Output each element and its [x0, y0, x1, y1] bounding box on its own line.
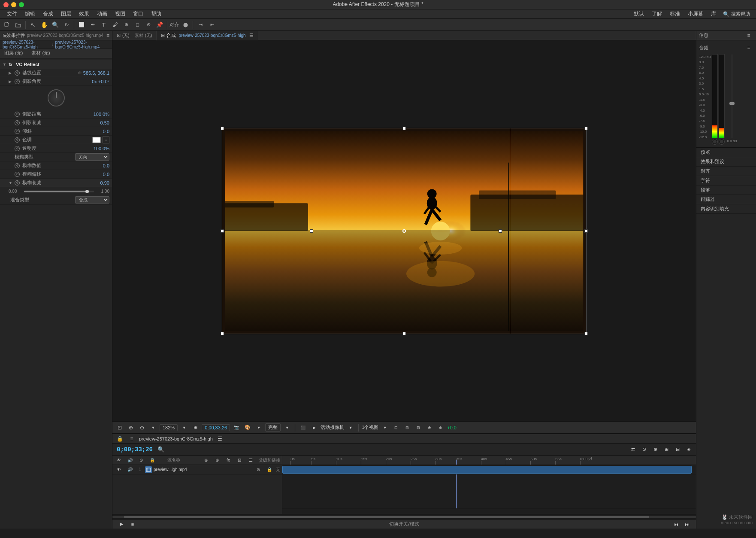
color-stopwatch[interactable]: ⏱	[15, 137, 20, 143]
shadow-dist-value[interactable]: 100.0%	[88, 112, 109, 117]
meter-indicator-2[interactable]	[719, 139, 725, 145]
tl-btn-3[interactable]: ⊕	[650, 445, 660, 454]
prop-blur-type[interactable]: 模糊类型 方向 高斯 无	[0, 153, 112, 161]
prop-tilt[interactable]: ⏱ 倾斜 0.0	[0, 127, 112, 136]
view-btn-5[interactable]: ⊕	[436, 423, 445, 432]
handle-tr[interactable]	[584, 127, 588, 130]
maximize-button[interactable]	[19, 2, 24, 7]
col-audio-icon[interactable]: 🔊	[125, 456, 135, 465]
hand-tool[interactable]: ✋	[39, 20, 49, 30]
brush-tool[interactable]: 🖌	[110, 20, 120, 30]
eraser-tool[interactable]: ◻	[132, 20, 142, 30]
prop-shadow-distance[interactable]: ⏱ 倒影距离 100.0%	[0, 110, 112, 119]
blur-amount-value[interactable]: 0.0	[88, 163, 109, 168]
timeline-layer-row-1[interactable]: 👁 🔊 1 preview...igh.mp4 ⊙ 🔒 无	[112, 465, 282, 474]
handle-ml[interactable]	[221, 229, 224, 233]
angle-knob[interactable]	[48, 89, 65, 106]
viewer-dropdown-btn[interactable]: ▼	[148, 423, 158, 432]
tab-composition-view[interactable]: ⊞ 合成 preview-257023-bqnCr8Gmz5-high ☰	[157, 31, 258, 40]
status-jump-end[interactable]: ⏭	[682, 520, 692, 529]
color-dropdown[interactable]: ▼	[254, 423, 263, 432]
tl-btn-4[interactable]: ⊞	[662, 445, 671, 454]
viewer-snap-btn[interactable]: ⊡	[115, 423, 124, 432]
tab-graph-view[interactable]: ⊡ (无) 素材 (无)	[112, 31, 157, 40]
col-solo-icon[interactable]: ⊙	[136, 456, 146, 465]
timeline-scrollbar[interactable]	[112, 514, 696, 519]
reflection-handle-center[interactable]	[402, 229, 406, 233]
prop-blend-mode[interactable]: 混合类型 合成 叠加 正常	[0, 195, 112, 205]
prop-color-tint[interactable]: ⏱ 色调 ↔	[0, 136, 112, 144]
color-reset-icon[interactable]: ↔	[103, 137, 109, 143]
menu-file[interactable]: 文件	[3, 9, 21, 18]
timeline-lock-icon[interactable]: 🔒	[115, 434, 124, 444]
workspace-default[interactable]: 默认	[630, 9, 647, 18]
volume-slider-track[interactable]	[731, 54, 733, 138]
prop-base-position[interactable]: ▶ ⏱ 基线位置 ⊕ 585.6, 368.1	[0, 69, 112, 77]
status-jump-start[interactable]: ⏮	[671, 520, 680, 529]
tab-graph-none[interactable]: 图层 (无)	[0, 49, 27, 58]
workspace-standard[interactable]: 标准	[666, 9, 683, 18]
scrollbar-thumb[interactable]	[124, 516, 649, 518]
timeline-menu-icon[interactable]: ☰	[215, 434, 225, 444]
rotation-tool[interactable]: ↻	[61, 20, 72, 30]
fit-to-view-btn[interactable]: ⊞	[191, 423, 200, 432]
prop-opacity[interactable]: ⏱ 透明度 100.0%	[0, 144, 112, 153]
effect-vc-reflect-header[interactable]: ▼ fx VC Reflect	[0, 60, 112, 69]
breadcrumb-link-1[interactable]: preview-257023-bqnCr8Gmz5-high	[3, 40, 50, 49]
view-btn-2[interactable]: ⊞	[402, 423, 412, 432]
tl-btn-5[interactable]: ⊟	[673, 445, 682, 454]
layer-visibility-btn[interactable]: 👁	[114, 465, 124, 474]
track-clip-1[interactable]	[282, 466, 692, 474]
quality-dropdown[interactable]: ▼	[282, 423, 292, 432]
viewer-timecode[interactable]: 0;00;33;26	[202, 424, 230, 431]
render-btn[interactable]: ⬛	[298, 423, 308, 432]
handle-bl[interactable]	[221, 332, 224, 335]
workspace-library[interactable]: 库	[708, 9, 720, 18]
roto-tool[interactable]: ⊗	[143, 20, 154, 30]
col-props-icon[interactable]: ⊛	[201, 456, 211, 465]
handle-tm[interactable]	[402, 127, 406, 130]
handle-mr[interactable]	[584, 229, 588, 233]
blur-offset-value[interactable]: 0.0	[88, 172, 109, 177]
col-adj-icon[interactable]: ☰	[246, 456, 255, 465]
minimize-button[interactable]	[11, 2, 16, 7]
shadow-fade-stopwatch[interactable]: ⏱	[15, 120, 20, 125]
preview-btn[interactable]: ▶	[309, 423, 319, 432]
panel-character[interactable]: 字符	[696, 176, 756, 185]
camera-dropdown[interactable]: ▼	[346, 423, 355, 432]
layer-lock-btn[interactable]: 🔒	[265, 465, 274, 474]
color-btn[interactable]: 🎨	[243, 423, 252, 432]
col-mode-icon[interactable]: ⊕	[212, 456, 222, 465]
opacity-stopwatch[interactable]: ⏱	[15, 146, 20, 151]
menu-window[interactable]: 窗口	[130, 9, 147, 18]
workspace-small-screen[interactable]: 小屏幕	[684, 9, 707, 18]
panel-content-aware-fill[interactable]: 内容识别填充	[696, 204, 756, 214]
tl-btn-1[interactable]: ⇄	[628, 445, 638, 454]
menu-help[interactable]: 帮助	[148, 9, 165, 18]
reflection-handle-right[interactable]	[499, 229, 502, 233]
layer-solo-btn[interactable]: ⊙	[254, 465, 263, 474]
timeline-expand-icon[interactable]: ≡	[127, 434, 136, 444]
reflection-handle-left[interactable]	[310, 229, 313, 233]
expand-btn[interactable]: ⇥	[195, 20, 206, 30]
blur-offset-stopwatch[interactable]: ⏱	[15, 172, 20, 177]
viewer-mask-btn[interactable]: ⊕	[126, 423, 136, 432]
camera-btn[interactable]: 📷	[232, 423, 241, 432]
puppet-tool[interactable]: 📌	[154, 20, 165, 30]
shadow-fade-value[interactable]: 0.50	[88, 120, 109, 125]
blur-amount-stopwatch[interactable]: ⏱	[15, 163, 20, 168]
collapse-btn[interactable]: ⇤	[207, 20, 217, 30]
new-project-btn[interactable]	[2, 20, 12, 30]
zoom-display[interactable]: 182%	[160, 424, 178, 431]
blur-fade-slider-track[interactable]	[24, 191, 94, 192]
menu-view[interactable]: 视图	[112, 9, 129, 18]
effects-panel-menu-icon[interactable]: ≡	[106, 33, 109, 39]
panel-align[interactable]: 对齐	[696, 167, 756, 176]
timeline-search-icon[interactable]: 🔍	[156, 445, 166, 454]
col-lock-icon[interactable]: 🔒	[148, 456, 157, 465]
menu-animation[interactable]: 动画	[94, 9, 111, 18]
xy-link-icon[interactable]: ⊕	[78, 70, 82, 75]
prop-shadow-fade[interactable]: ⏱ 倒影衰减 0.50	[0, 119, 112, 127]
blur-fade-stopwatch[interactable]: ⏱	[15, 180, 20, 185]
blur-fade-value[interactable]: 0.90	[88, 180, 109, 185]
